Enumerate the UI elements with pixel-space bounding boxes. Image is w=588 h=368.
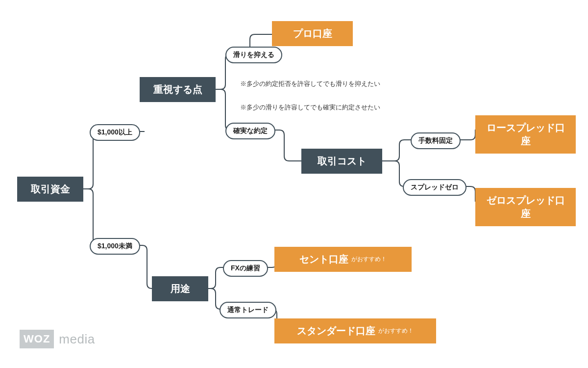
- pill-reduce-slip: 滑りを抑える: [225, 47, 282, 63]
- note-exec: ※多少の滑りを許容してでも確実に約定させたい: [240, 103, 380, 112]
- node-cost: 取引コスト: [301, 149, 382, 174]
- result-zerospread: ゼロスプレッド口座: [475, 188, 576, 226]
- pill-fx-practice: FXの練習: [223, 260, 268, 277]
- result-standard: スタンダード口座 がおすすめ！: [274, 318, 436, 343]
- logo-text: media: [59, 332, 95, 347]
- pill-sure-exec: 確実な約定: [225, 123, 275, 139]
- node-focus: 重視する点: [140, 77, 216, 102]
- note-slip: ※多少の約定拒否を許容してでも滑りを抑えたい: [240, 79, 380, 88]
- pill-under-1000: $1,000未満: [90, 238, 140, 255]
- pill-spread-zero: スプレッドゼロ: [403, 179, 466, 196]
- result-standard-main: スタンダード口座: [297, 324, 375, 338]
- result-cent-main: セント口座: [299, 253, 348, 266]
- node-usage: 用途: [152, 276, 208, 301]
- logo: WOZ media: [20, 330, 95, 348]
- logo-mark: WOZ: [20, 330, 54, 348]
- pill-fee-fixed: 手数料固定: [411, 132, 461, 149]
- result-standard-suffix: がおすすめ！: [378, 327, 414, 335]
- pill-over-1000: $1,000以上: [90, 124, 140, 141]
- result-cent: セント口座 がおすすめ！: [274, 247, 412, 272]
- pill-normal-trade: 通常トレード: [220, 302, 276, 318]
- node-root: 取引資金: [17, 177, 83, 202]
- result-lowspread: ロースプレッド口座: [475, 115, 576, 154]
- connector-lines: [0, 0, 588, 368]
- result-cent-suffix: がおすすめ！: [351, 255, 387, 263]
- result-pro: プロ口座: [272, 21, 353, 46]
